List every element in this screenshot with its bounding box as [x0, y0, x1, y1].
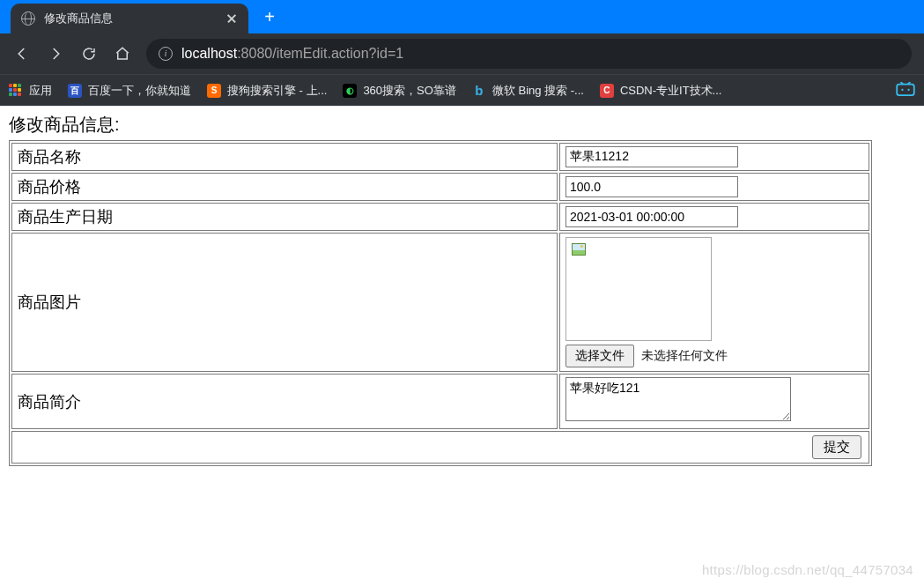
- site-info-icon[interactable]: [159, 47, 173, 61]
- svg-rect-0: [897, 85, 914, 95]
- bookmark-label: CSDN-专业IT技术...: [620, 83, 722, 99]
- bookmark-label: 微软 Bing 搜索 -...: [492, 83, 584, 99]
- bookmark-csdn[interactable]: C CSDN-专业IT技术...: [600, 83, 722, 99]
- label-name: 商品名称: [11, 143, 558, 171]
- tab-title: 修改商品信息: [44, 11, 217, 26]
- label-date: 商品生产日期: [11, 203, 558, 231]
- browser-tab-active[interactable]: 修改商品信息: [11, 4, 248, 33]
- svg-point-4: [907, 89, 909, 91]
- item-form-table: 商品名称 商品价格 商品生产日期 商品图片 选择文件: [9, 140, 872, 466]
- page-heading: 修改商品信息:: [9, 113, 915, 137]
- address-bar[interactable]: localhost:8080/itemEdit.action?id=1: [146, 39, 912, 69]
- bookmark-label: 百度一下，你就知道: [88, 83, 191, 99]
- back-button[interactable]: [7, 39, 37, 69]
- label-price: 商品价格: [11, 173, 558, 201]
- tab-strip: 修改商品信息 +: [0, 0, 924, 33]
- file-status-text: 未选择任何文件: [641, 348, 728, 364]
- url-host: localhost: [181, 46, 237, 61]
- cell-image-value: 选择文件 未选择任何文件: [559, 233, 869, 372]
- sogou-icon: S: [207, 84, 221, 98]
- page-content: 修改商品信息: 商品名称 商品价格 商品生产日期 商品图片: [0, 106, 924, 473]
- cell-name-value: [559, 143, 869, 171]
- file-input-row: 选择文件 未选择任何文件: [565, 345, 863, 367]
- input-price[interactable]: [565, 176, 738, 197]
- bookmark-apps[interactable]: 应用: [9, 83, 52, 99]
- textarea-desc[interactable]: [565, 377, 791, 421]
- bookmark-baidu[interactable]: 百 百度一下，你就知道: [68, 83, 191, 99]
- apps-grid-icon: [9, 84, 23, 98]
- bookmark-360[interactable]: ◐ 360搜索，SO靠谱: [343, 83, 455, 99]
- bing-icon: b: [472, 84, 486, 98]
- url-path: :8080/itemEdit.action?id=1: [237, 46, 403, 61]
- close-tab-icon[interactable]: [225, 12, 238, 25]
- svg-point-3: [901, 89, 903, 91]
- url-text: localhost:8080/itemEdit.action?id=1: [181, 46, 403, 62]
- browser-chrome: 修改商品信息 + localhost:8080/itemEdit.action?…: [0, 0, 924, 106]
- bookmark-bing[interactable]: b 微软 Bing 搜索 -...: [472, 83, 584, 99]
- row-price: 商品价格: [11, 173, 869, 201]
- label-image: 商品图片: [11, 233, 558, 372]
- cell-price-value: [559, 173, 869, 201]
- watermark-text: https://blog.csdn.net/qq_44757034: [702, 562, 913, 577]
- bookmark-label: 应用: [29, 83, 52, 99]
- row-submit: 提交: [11, 431, 869, 464]
- forward-button[interactable]: [41, 39, 70, 69]
- new-tab-button[interactable]: +: [257, 4, 282, 29]
- input-name[interactable]: [565, 146, 738, 167]
- row-name: 商品名称: [11, 143, 869, 171]
- so360-icon: ◐: [343, 84, 357, 98]
- baidu-icon: 百: [68, 84, 82, 98]
- input-date[interactable]: [565, 206, 738, 227]
- row-desc: 商品简介: [11, 374, 869, 429]
- csdn-icon: C: [600, 84, 614, 98]
- row-image: 商品图片 选择文件 未选择任何文件: [11, 233, 869, 372]
- submit-button[interactable]: 提交: [812, 435, 861, 459]
- row-date: 商品生产日期: [11, 203, 869, 231]
- bilibili-icon: [896, 82, 915, 99]
- browser-toolbar: localhost:8080/itemEdit.action?id=1: [0, 33, 924, 74]
- cell-submit: 提交: [11, 431, 869, 464]
- broken-image-placeholder: [565, 237, 712, 341]
- bookmark-label: 360搜索，SO靠谱: [363, 83, 455, 99]
- cell-date-value: [559, 203, 869, 231]
- bookmark-bilibili[interactable]: [896, 82, 915, 99]
- home-button[interactable]: [107, 39, 137, 69]
- label-desc: 商品简介: [11, 374, 558, 429]
- bookmark-label: 搜狗搜索引擎 - 上...: [227, 83, 327, 99]
- reload-button[interactable]: [74, 39, 104, 69]
- cell-desc-value: [559, 374, 869, 429]
- choose-file-button[interactable]: 选择文件: [565, 345, 634, 367]
- bookmarks-bar: 应用 百 百度一下，你就知道 S 搜狗搜索引擎 - 上... ◐ 360搜索，S…: [0, 74, 924, 106]
- broken-image-icon: [572, 243, 586, 256]
- bookmark-sogou[interactable]: S 搜狗搜索引擎 - 上...: [207, 83, 327, 99]
- globe-icon: [21, 11, 35, 26]
